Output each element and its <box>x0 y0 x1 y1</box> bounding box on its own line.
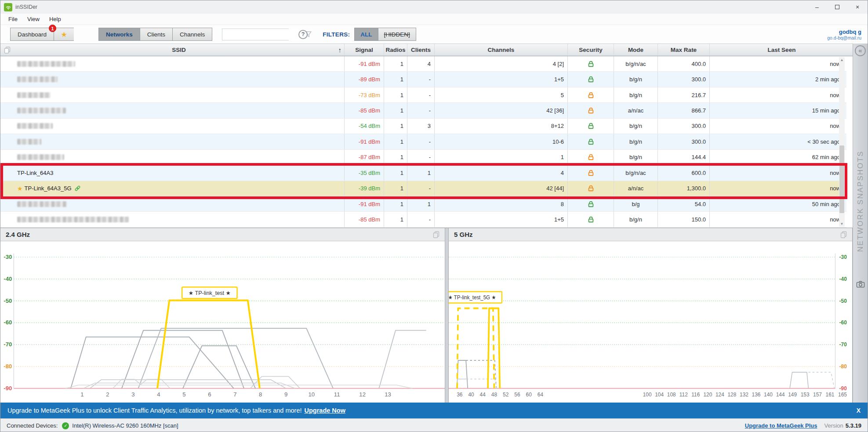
lastseen-cell: now <box>709 165 846 180</box>
lock-icon <box>587 200 595 208</box>
scrollbar-thumb[interactable] <box>839 145 844 213</box>
table-row[interactable]: -85 dBm 1 - 1+5 b/g/n 150.0 now <box>0 212 846 227</box>
table-row[interactable]: -73 dBm 1 - 5 b/g/n 216.7 now <box>0 87 846 103</box>
chart-5ghz-header: 5 GHz <box>449 228 852 241</box>
upgrade-metageek-link[interactable]: Upgrade to MetaGeek Plus <box>745 422 817 429</box>
radios-cell: 1 <box>384 212 407 227</box>
clients-cell: - <box>407 212 434 227</box>
menu-view[interactable]: View <box>24 15 43 23</box>
table-row[interactable]: TP-Link_64A3 -35 dBm 1 1 4 b/g/n/ac 600.… <box>0 165 846 181</box>
tab-channels[interactable]: Channels <box>172 28 212 41</box>
channels-cell: 4 [2] <box>434 56 567 71</box>
security-cell <box>567 150 614 165</box>
dashboard-button[interactable]: Dashboard <box>10 28 54 41</box>
redacted-ssid <box>17 108 66 113</box>
tab-clients[interactable]: Clients <box>140 28 172 41</box>
table-row[interactable]: -91 dBm 1 1 8 b/g 54.0 50 min ago <box>0 196 846 212</box>
mode-cell: b/g/n <box>614 72 657 87</box>
expand-panel-icon[interactable]: « <box>855 45 866 56</box>
column-header-mode[interactable]: Mode <box>614 44 657 56</box>
table-row[interactable]: -87 dBm 1 - 1 b/g/n 144.4 62 min ago <box>0 150 846 165</box>
column-header-radios[interactable]: Radios <box>384 44 407 56</box>
svg-text:40: 40 <box>468 392 474 398</box>
svg-text:144: 144 <box>776 392 785 398</box>
filter-all-button[interactable]: ALL <box>354 28 378 41</box>
column-header-security[interactable]: Security <box>567 44 614 56</box>
favorites-star-button[interactable]: ★ <box>54 28 74 41</box>
column-header-channels[interactable]: Channels <box>434 44 567 56</box>
signal-cell: -85 dBm <box>344 212 384 227</box>
copy-table-icon[interactable] <box>0 44 14 56</box>
signal-cell: -89 dBm <box>344 72 384 87</box>
ssid-cell <box>14 196 344 211</box>
maximize-button[interactable] <box>827 0 847 14</box>
menu-help[interactable]: Help <box>46 15 65 23</box>
mode-cell: b/g/n <box>614 87 657 102</box>
mode-cell: b/g/n <box>614 212 657 227</box>
table-row[interactable]: -85 dBm 1 - 42 [36] a/n/ac 866.7 15 min … <box>0 103 846 118</box>
table-row[interactable]: ★TP-Link_64A3_5G -39 dBm 1 - 42 [44] a/n… <box>0 181 846 196</box>
security-cell <box>567 87 614 102</box>
menu-file[interactable]: File <box>5 15 21 23</box>
channels-cell: 1+5 <box>434 72 567 87</box>
close-button[interactable]: × <box>847 0 868 14</box>
radios-cell: 1 <box>384 87 407 102</box>
minimize-button[interactable]: – <box>807 0 827 14</box>
security-cell <box>567 119 614 134</box>
svg-text:7: 7 <box>233 391 236 398</box>
lock-icon <box>587 153 595 161</box>
user-account[interactable]: godbq g go.d-bq@mail.ru <box>827 29 861 40</box>
ssid-cell <box>14 87 344 102</box>
table-row[interactable]: -54 dBm 1 3 8+12 b/g/n 300.0 now <box>0 119 846 134</box>
lock-icon <box>587 185 595 192</box>
radios-cell: 1 <box>384 150 407 165</box>
scroll-up-icon[interactable]: ▲ <box>839 57 845 63</box>
banner-close-button[interactable]: X <box>857 407 861 414</box>
device-name[interactable]: Intel(R) Wireless-AC 9260 160MHz [scan] <box>72 422 178 429</box>
svg-text:140: 140 <box>764 392 773 398</box>
clients-cell: - <box>407 134 434 149</box>
scroll-down-icon[interactable]: ▼ <box>839 221 845 227</box>
mode-cell: a/n/ac <box>614 181 657 196</box>
column-header-signal[interactable]: Signal <box>344 44 384 56</box>
column-header-lastseen[interactable]: Last Seen <box>709 44 853 56</box>
clients-cell: 1 <box>407 165 434 180</box>
copy-chart-icon[interactable] <box>840 231 847 238</box>
tab-networks[interactable]: Networks <box>98 28 140 41</box>
network-snapshots-panel[interactable]: « NETWORK SNAPSHOTS <box>853 44 868 403</box>
svg-text:-50: -50 <box>4 298 12 304</box>
filters-label: FILTERS: <box>323 31 350 38</box>
chart-5ghz: 5 GHz -30-40-50-60-70-80-903640444852566… <box>448 228 853 403</box>
radios-cell: 1 <box>384 196 407 211</box>
maxrate-cell: 1,300.0 <box>657 181 709 196</box>
column-header-maxrate[interactable]: Max Rate <box>657 44 709 56</box>
chart-band-label: 5 GHz <box>454 231 473 238</box>
favorite-star-icon: ★ <box>17 185 23 192</box>
column-header-clients[interactable]: Clients <box>407 44 434 56</box>
redacted-ssid <box>17 92 51 98</box>
svg-text:-60: -60 <box>4 319 12 326</box>
lock-icon <box>587 76 595 83</box>
svg-text:1: 1 <box>80 391 84 398</box>
svg-text:120: 120 <box>703 392 712 398</box>
svg-text:★ TP-link_test ★: ★ TP-link_test ★ <box>189 290 231 296</box>
radios-cell: 1 <box>384 134 407 149</box>
svg-text:153: 153 <box>801 392 810 398</box>
help-icon[interactable]: ? <box>298 30 308 39</box>
upgrade-now-link[interactable]: Upgrade Now <box>304 407 345 414</box>
svg-text:157: 157 <box>813 392 822 398</box>
copy-chart-icon[interactable] <box>433 231 439 238</box>
search-input[interactable] <box>222 29 305 40</box>
table-row[interactable]: -89 dBm 1 - 1+5 b/g/n 300.0 2 min ago <box>0 72 846 87</box>
table-scrollbar[interactable]: ▲ ▼ <box>839 57 845 227</box>
column-header-ssid[interactable]: SSID ↑ <box>14 44 344 56</box>
user-email: go.d-bq@mail.ru <box>827 35 861 40</box>
svg-text:116: 116 <box>691 392 700 398</box>
table-row[interactable]: -91 dBm 1 - 10-6 b/g/n 300.0 < 30 sec ag… <box>0 134 846 149</box>
lastseen-cell: 2 min ago <box>709 72 846 87</box>
filter-hidden-button[interactable]: [HIDDEN] <box>378 28 416 41</box>
clients-cell: 1 <box>407 196 434 211</box>
table-row[interactable]: -91 dBm 1 4 4 [2] b/g/n/ac 400.0 now <box>0 56 846 72</box>
sort-ascending-icon[interactable]: ↑ <box>338 46 342 54</box>
svg-text:108: 108 <box>667 392 676 398</box>
